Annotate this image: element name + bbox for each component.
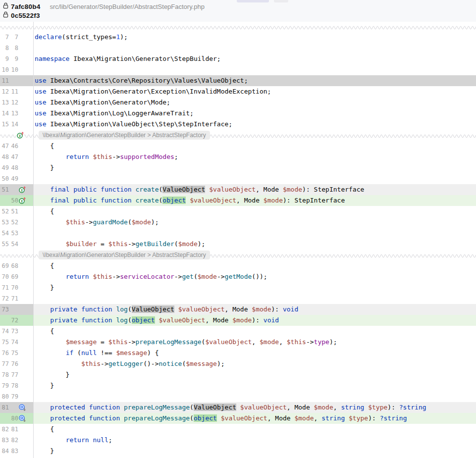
implements-interface-method-icon[interactable]: I — [18, 186, 26, 194]
lock-icon — [3, 11, 8, 20]
diff-row: 7877 } — [0, 369, 476, 380]
new-line-number: 12 — [9, 97, 18, 108]
old-line-number: 75 — [0, 337, 9, 348]
code-line[interactable] — [33, 293, 476, 304]
code-line[interactable]: declare(strict_types=1); — [33, 32, 476, 43]
commit-hash-new: 0c5522f3 — [11, 12, 40, 19]
code-line[interactable]: { — [33, 326, 476, 337]
diff-row: 1211use Ibexa\Migration\Generator\Except… — [0, 86, 476, 97]
code-line[interactable]: { — [33, 260, 476, 271]
new-line-number: 10 — [9, 64, 18, 75]
old-line-number: 8 — [0, 43, 9, 53]
old-line-number: 12 — [0, 86, 9, 97]
diff-row: 8483 } — [0, 446, 476, 457]
diff-row: 7574 $message = $this->prepareLogMessage… — [0, 337, 476, 348]
code-line[interactable]: use Ibexa\Migration\Log\LoggerAwareTrait… — [33, 108, 476, 119]
gutter: 88 — [0, 43, 33, 53]
new-line-number: 80 — [9, 413, 18, 424]
new-line-number: 53 — [9, 228, 18, 239]
code-line[interactable]: } — [33, 369, 476, 380]
diff-row: 7271 — [0, 293, 476, 304]
old-line-number: 84 — [0, 446, 9, 457]
diff-row-removed: 73 private function log(ValueObject $val… — [0, 304, 476, 315]
breadcrumb[interactable]: \Ibexa\Migration\Generator\StepBuilder >… — [39, 131, 210, 140]
gutter: 1413 — [0, 108, 33, 119]
new-line-number: 52 — [9, 217, 18, 228]
gutter: 7069 — [0, 271, 33, 282]
gutter: 11 — [0, 75, 33, 86]
cropped-toolbar-button[interactable] — [274, 0, 288, 2]
code-line[interactable]: protected function prepareLogMessage(obj… — [33, 413, 476, 424]
gutter: 99 — [0, 53, 33, 64]
diff-row: 77declare(strict_types=1); — [0, 32, 476, 43]
code-line[interactable]: final public function create(object $val… — [33, 195, 476, 206]
code-line[interactable] — [33, 43, 476, 53]
code-line[interactable]: if (null !== $message) { — [33, 348, 476, 358]
code-line[interactable]: { — [33, 424, 476, 435]
old-line-number: 73 — [0, 304, 9, 315]
code-line[interactable]: $message = $this->prepareLogMessage($val… — [33, 337, 476, 348]
method-is-overridden-icon[interactable] — [18, 404, 26, 411]
code-line[interactable]: private function log(object $valueObject… — [33, 315, 476, 326]
new-line-number: 83 — [9, 446, 18, 457]
code-line[interactable]: { — [33, 141, 476, 152]
old-line-number: 70 — [0, 271, 9, 282]
code-line[interactable]: $builder = $this->getBuilder($mode); — [33, 239, 476, 250]
diff-row-added: 80 protected function prepareLogMessage(… — [0, 413, 476, 424]
code-line[interactable]: namespace Ibexa\Migration\Generator\Step… — [33, 53, 476, 64]
new-line-number: 73 — [9, 326, 18, 337]
code-line[interactable] — [33, 391, 476, 402]
code-line[interactable]: $this->getLogger()->notice($message); — [33, 358, 476, 369]
diff-row: 4948 } — [0, 162, 476, 173]
collapsed-region-header[interactable]: I\Ibexa\Migration\Generator\StepBuilder … — [0, 130, 476, 141]
old-line-number: 69 — [0, 260, 9, 271]
code-line[interactable]: use Ibexa\Contracts\Core\Repository\Valu… — [33, 75, 476, 86]
code-line[interactable]: } — [33, 380, 476, 391]
gutter: 1010 — [0, 64, 33, 75]
code-line[interactable]: use Ibexa\Migration\Generator\Mode; — [33, 97, 476, 108]
file-path: src/lib/Generator/StepBuilder/AbstractSt… — [50, 3, 205, 10]
new-line-number: 70 — [9, 282, 18, 293]
cropped-toolbar-button[interactable] — [237, 0, 269, 2]
code-line[interactable]: final public function create(ValueObject… — [33, 184, 476, 195]
old-line-number: 14 — [0, 108, 9, 119]
code-line[interactable] — [33, 173, 476, 184]
code-line[interactable] — [33, 64, 476, 75]
gutter: 4746 — [0, 141, 33, 152]
code-line[interactable]: use Ibexa\Migration\Generator\Exception\… — [33, 86, 476, 97]
gutter: 73 — [0, 304, 33, 315]
code-line[interactable]: $this->guardMode($mode); — [33, 217, 476, 228]
code-line[interactable]: return $this->supportedModes; — [33, 152, 476, 162]
new-line-number: 79 — [9, 391, 18, 402]
collapsed-region-header[interactable]: \Ibexa\Migration\Generator\StepBuilder >… — [0, 250, 476, 260]
old-line-number: 82 — [0, 424, 9, 435]
new-line-number: 76 — [9, 358, 18, 369]
gutter: 50I — [0, 195, 33, 206]
code-line[interactable]: { — [33, 206, 476, 217]
diff-row: 7978 } — [0, 380, 476, 391]
old-line-number: 11 — [0, 75, 9, 86]
breadcrumb[interactable]: \Ibexa\Migration\Generator\StepBuilder >… — [39, 251, 210, 259]
method-is-overridden-icon[interactable] — [18, 414, 26, 422]
collapsed-region-separator[interactable] — [0, 22, 476, 32]
code-line[interactable]: private function log(ValueObject $valueO… — [33, 304, 476, 315]
implements-interface-method-icon[interactable]: I — [18, 197, 26, 204]
code-line[interactable]: return null; — [33, 435, 476, 446]
new-line-number: 46 — [9, 141, 18, 152]
gutter: 7170 — [0, 282, 33, 293]
code-line[interactable]: } — [33, 282, 476, 293]
code-line[interactable]: return $this->serviceLocator->get($mode-… — [33, 271, 476, 282]
new-line-number: 74 — [9, 337, 18, 348]
gutter: 77 — [0, 32, 33, 43]
code-line[interactable]: } — [33, 162, 476, 173]
gutter: 7877 — [0, 369, 33, 380]
old-line-number: 83 — [0, 435, 9, 446]
code-line[interactable] — [33, 228, 476, 239]
code-line[interactable]: } — [33, 446, 476, 457]
old-line-number: 74 — [0, 326, 9, 337]
old-line-number: 76 — [0, 348, 9, 358]
implements-interface-method-icon[interactable]: I — [16, 131, 24, 139]
code-line[interactable]: use Ibexa\Migration\ValueObject\Step\Ste… — [33, 119, 476, 130]
old-line-number: 53 — [0, 217, 9, 228]
code-line[interactable]: protected function prepareLogMessage(Val… — [33, 402, 476, 413]
